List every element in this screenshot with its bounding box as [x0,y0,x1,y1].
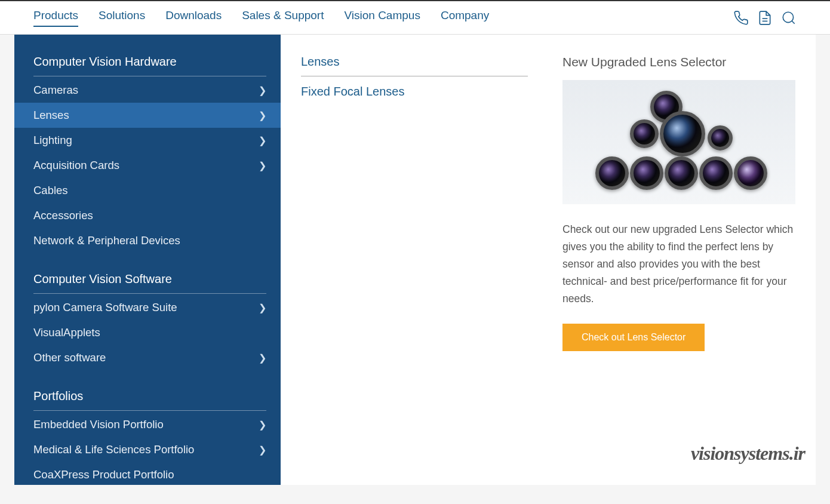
sidebar-item-label: Medical & Life Sciences Portfolio [33,443,194,456]
sidebar-header-portfolios: Portfolios [33,382,266,411]
sidebar-item-label: Cameras [33,84,78,97]
sidebar-item-visualapplets[interactable]: VisualApplets [14,320,281,345]
sidebar-group-software: Computer Vision Software pylon Camera So… [33,265,266,370]
sidebar-item-embedded-vision[interactable]: Embedded Vision Portfolio❯ [14,412,281,437]
sidebar-header-software: Computer Vision Software [33,265,266,294]
sidebar-item-coaxpress[interactable]: CoaXPress Product Portfolio [14,462,281,487]
sidebar-item-label: Lenses [33,109,69,122]
content-area: Computer Vision Hardware Cameras❯ Lenses… [14,35,816,485]
middle-header-lenses: Lenses [301,48,528,76]
nav-sales-support[interactable]: Sales & Support [242,9,324,27]
svg-point-2 [783,12,793,22]
svg-line-3 [792,21,795,24]
sidebar-item-acquisition-cards[interactable]: Acquisition Cards❯ [14,153,281,178]
sidebar-item-other-software[interactable]: Other software❯ [14,345,281,370]
sidebar-item-label: Acquisition Cards [33,159,119,172]
chevron-right-icon: ❯ [259,160,266,171]
nav-company[interactable]: Company [441,9,489,27]
middle-item-fixed-focal[interactable]: Fixed Focal Lenses [301,76,542,107]
top-navigation-bar: Products Solutions Downloads Sales & Sup… [0,0,830,35]
sidebar-item-network-peripheral[interactable]: Network & Peripheral Devices [14,228,281,253]
chevron-right-icon: ❯ [259,85,266,96]
chevron-right-icon: ❯ [259,110,266,121]
sidebar-item-label: Lighting [33,134,72,147]
sidebar-item-label: pylon Camera Software Suite [33,301,177,314]
main-nav: Products Solutions Downloads Sales & Sup… [33,9,489,27]
promo-body-text: Check out our new upgraded Lens Selector… [562,221,795,307]
nav-downloads[interactable]: Downloads [165,9,222,27]
sidebar-item-medical-life[interactable]: Medical & Life Sciences Portfolio❯ [14,437,281,462]
promo-title: New Upgraded Lens Selector [562,48,795,80]
chevron-right-icon: ❯ [259,135,266,146]
sidebar-item-pylon[interactable]: pylon Camera Software Suite❯ [14,295,281,320]
promo-image [562,80,795,204]
middle-panel: Lenses Fixed Focal Lenses [281,35,562,485]
sidebar-item-label: VisualApplets [33,326,100,339]
chevron-right-icon: ❯ [259,302,266,314]
nav-products[interactable]: Products [33,9,78,27]
sidebar-item-label: Embedded Vision Portfolio [33,418,164,431]
search-icon[interactable] [781,10,797,26]
top-toolbar-icons [733,10,797,26]
sidebar-group-portfolios: Portfolios Embedded Vision Portfolio❯ Me… [33,382,266,487]
chevron-right-icon: ❯ [259,444,266,456]
chevron-right-icon: ❯ [259,419,266,431]
sidebar-item-lighting[interactable]: Lighting❯ [14,128,281,153]
sidebar-header-hardware: Computer Vision Hardware [33,48,266,76]
check-out-lens-selector-button[interactable]: Check out Lens Selector [562,324,705,351]
watermark: visionsystems.ir [691,442,805,465]
chevron-right-icon: ❯ [259,352,266,364]
sidebar-item-label: Network & Peripheral Devices [33,234,180,247]
sidebar-item-lenses[interactable]: Lenses❯ [14,103,281,128]
phone-icon[interactable] [733,10,749,26]
sidebar-item-cameras[interactable]: Cameras❯ [14,78,281,103]
document-icon[interactable] [757,10,773,26]
sidebar: Computer Vision Hardware Cameras❯ Lenses… [14,35,281,485]
sidebar-item-label: Other software [33,351,106,364]
sidebar-item-label: CoaXPress Product Portfolio [33,468,174,481]
sidebar-item-accessories[interactable]: Accessories [14,203,281,228]
sidebar-item-cables[interactable]: Cables [14,178,281,203]
promo-panel: New Upgraded Lens Selector Check out our… [562,35,816,485]
sidebar-group-hardware: Computer Vision Hardware Cameras❯ Lenses… [33,48,266,253]
sidebar-item-label: Accessories [33,209,93,222]
sidebar-item-label: Cables [33,184,68,197]
nav-vision-campus[interactable]: Vision Campus [344,9,420,27]
lens-pyramid-graphic [595,88,763,190]
nav-solutions[interactable]: Solutions [99,9,145,27]
